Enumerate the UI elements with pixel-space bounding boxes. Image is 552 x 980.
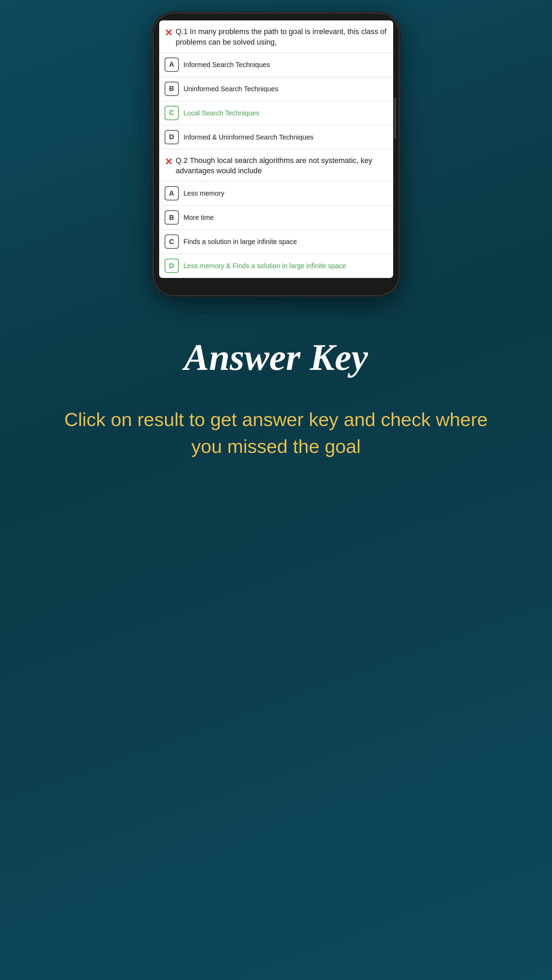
option-q1-b[interactable]: B Uninformed Search Techniques — [159, 77, 393, 101]
question-2-text: Q.2 Though local search algorithms are n… — [176, 156, 388, 177]
quiz-container: ✕ Q.1 In many problems the path to goal … — [159, 21, 393, 278]
incorrect-icon-q1: ✕ — [165, 27, 173, 38]
option-label-q1-c: C — [165, 106, 179, 120]
option-label-q1-d: D — [165, 130, 179, 144]
option-label-q1-a: A — [165, 57, 179, 72]
option-q1-d[interactable]: D Informed & Uninformed Search Technique… — [159, 125, 393, 149]
option-text-q1-d: Informed & Uninformed Search Techniques — [184, 133, 314, 142]
option-text-q2-c: Finds a solution in large infinite space — [184, 237, 297, 246]
option-text-q1-c: Local Search Techniques — [184, 108, 260, 118]
option-label-q2-a: A — [165, 186, 179, 200]
phone-frame: ✕ Q.1 In many problems the path to goal … — [154, 14, 399, 295]
option-q2-a[interactable]: A Less memory — [159, 181, 393, 205]
incorrect-icon-q2: ✕ — [165, 156, 173, 167]
option-q2-c[interactable]: C Finds a solution in large infinite spa… — [159, 230, 393, 254]
question-block-1: ✕ Q.1 In many problems the path to goal … — [159, 21, 393, 150]
answer-key-subtitle: Click on result to get answer key and ch… — [55, 406, 497, 460]
option-q1-c[interactable]: C Local Search Techniques — [159, 101, 393, 125]
answer-key-title: Answer Key — [184, 336, 368, 379]
question-1-header: ✕ Q.1 In many problems the path to goal … — [159, 21, 393, 53]
option-text-q1-b: Uninformed Search Techniques — [184, 84, 279, 93]
question-1-text: Q.1 In many problems the path to goal is… — [176, 27, 388, 48]
option-label-q2-d: D — [165, 259, 179, 273]
option-text-q2-d: Less memory & Finds a solution in large … — [184, 261, 346, 270]
option-label-q1-b: B — [165, 82, 179, 96]
answer-key-section: Answer Key Click on result to get answer… — [0, 295, 552, 494]
phone-wrapper: ✕ Q.1 In many problems the path to goal … — [0, 0, 552, 295]
option-q2-b[interactable]: B More time — [159, 205, 393, 230]
question-block-2: ✕ Q.2 Though local search algorithms are… — [159, 150, 393, 278]
phone-screen: ✕ Q.1 In many problems the path to goal … — [159, 21, 393, 278]
option-label-q2-c: C — [165, 234, 179, 249]
question-2-header: ✕ Q.2 Though local search algorithms are… — [159, 150, 393, 182]
option-label-q2-b: B — [165, 210, 179, 224]
option-text-q1-a: Informed Search Techniques — [184, 60, 270, 69]
option-q2-d[interactable]: D Less memory & Finds a solution in larg… — [159, 254, 393, 278]
option-q1-a[interactable]: A Informed Search Techniques — [159, 53, 393, 77]
option-text-q2-a: Less memory — [184, 189, 224, 198]
option-text-q2-b: More time — [184, 213, 214, 222]
